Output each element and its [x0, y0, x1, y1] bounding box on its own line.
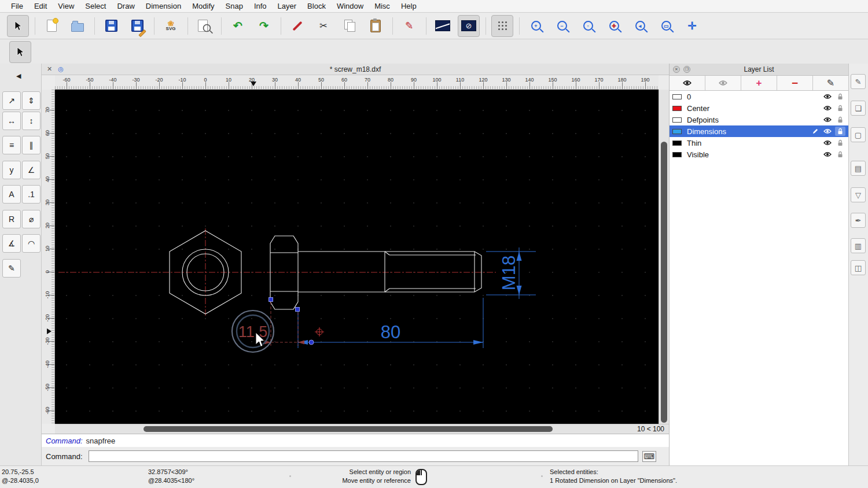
- layer-filter-panel-icon[interactable]: ▽: [851, 187, 866, 202]
- layer-visibility-eye-icon[interactable]: [822, 105, 833, 111]
- new-document-button[interactable]: [41, 15, 62, 37]
- zoom-auto-button[interactable]: ▫: [577, 15, 599, 37]
- layer-lock-icon[interactable]: [835, 93, 845, 100]
- dim-80-text[interactable]: 80: [381, 322, 400, 342]
- menu-view[interactable]: View: [56, 2, 76, 10]
- menu-block[interactable]: Block: [306, 2, 328, 10]
- layer-row-defpoints[interactable]: Defpoints: [670, 114, 848, 125]
- layer-lock-icon[interactable]: [835, 127, 845, 136]
- layer-visibility-eye-icon[interactable]: [822, 94, 833, 99]
- show-all-layers-button[interactable]: [670, 76, 705, 90]
- menu-edit[interactable]: Edit: [32, 2, 49, 10]
- layer-visibility-eye-icon[interactable]: [822, 140, 833, 146]
- layer-edit-pen-icon[interactable]: [810, 128, 820, 135]
- layer-row-dimensions[interactable]: Dimensions: [670, 125, 848, 137]
- save-button[interactable]: [100, 15, 122, 37]
- open-file-button[interactable]: [67, 15, 89, 37]
- pan-button[interactable]: ✛: [681, 15, 703, 37]
- menu-info[interactable]: Info: [252, 2, 269, 10]
- redo-button[interactable]: ↷: [253, 15, 275, 37]
- zoom-previous-button[interactable]: ◂: [629, 15, 651, 37]
- property-editor-panel-icon[interactable]: ✎: [851, 74, 866, 89]
- layer-lock-icon[interactable]: [835, 116, 845, 123]
- layer-lock-icon[interactable]: [835, 105, 845, 112]
- layer-row-center[interactable]: Center: [670, 102, 848, 114]
- matrix-panel-icon[interactable]: ▥: [851, 238, 866, 253]
- svg-export-button[interactable]: ❀SVG: [160, 15, 182, 37]
- layer-row-thin[interactable]: Thin: [670, 137, 848, 149]
- select-tool-button[interactable]: [7, 15, 29, 37]
- dim-ordinate-button[interactable]: y: [2, 161, 21, 179]
- canvas-viewport[interactable]: 80 M18 11.5: [55, 90, 659, 424]
- zoom-out-button[interactable]: −: [551, 15, 573, 37]
- line-attributes-button[interactable]: [432, 15, 454, 37]
- horizontal-scrollbar[interactable]: 10 < 100: [55, 424, 669, 434]
- menu-help[interactable]: Help: [399, 2, 418, 10]
- menu-window[interactable]: Window: [335, 2, 365, 10]
- remove-layer-button[interactable]: −: [777, 76, 813, 90]
- menu-draw[interactable]: Draw: [115, 2, 136, 10]
- zoom-in-button[interactable]: +: [525, 15, 547, 37]
- dim-tolerance-button[interactable]: .1: [22, 185, 41, 204]
- layer-visibility-eye-icon[interactable]: [822, 117, 833, 123]
- command-history: Command: snapfree: [42, 434, 669, 447]
- horizontal-scrollbar-thumb[interactable]: [144, 426, 553, 432]
- dim-linear-button[interactable]: ⇕: [22, 91, 41, 110]
- layer-visibility-eye-icon[interactable]: [822, 151, 833, 157]
- dim-radial-button[interactable]: R: [2, 210, 21, 228]
- library-browser-panel-icon[interactable]: ▢: [851, 127, 866, 142]
- dim-continue-button[interactable]: ∥: [22, 136, 41, 154]
- menu-select[interactable]: Select: [83, 2, 108, 10]
- circle-tool-button[interactable]: ⊘: [458, 15, 480, 37]
- menu-layer[interactable]: Layer: [276, 2, 299, 10]
- clipboard-panel-icon[interactable]: ◫: [851, 260, 866, 275]
- layer-lock-icon[interactable]: [835, 139, 845, 146]
- layer-row-visible[interactable]: Visible: [670, 149, 848, 160]
- dim-aligned-button[interactable]: ↗: [2, 91, 21, 110]
- layer-visibility-eye-icon[interactable]: [822, 128, 833, 134]
- command-widget-panel-icon[interactable]: ▤: [851, 161, 866, 176]
- dim-diametric-button[interactable]: ⌀: [22, 210, 41, 228]
- dim-leader-button[interactable]: ✎: [2, 259, 21, 278]
- paste-button[interactable]: [365, 15, 387, 37]
- pen-palette-panel-icon[interactable]: ✒: [851, 213, 866, 228]
- delete-button[interactable]: [286, 15, 308, 37]
- copy-button[interactable]: [339, 15, 361, 37]
- keyboard-toggle-button[interactable]: ⌨: [642, 451, 656, 462]
- block-list-panel-icon[interactable]: ❏: [851, 101, 866, 116]
- modify-layer-button[interactable]: ✎: [813, 76, 848, 90]
- hide-all-layers-button[interactable]: [705, 76, 741, 90]
- dim-baseline-button[interactable]: ≡: [2, 136, 21, 154]
- collapse-toolbar-button[interactable]: ◀: [16, 72, 21, 80]
- menu-misc[interactable]: Misc: [373, 2, 392, 10]
- dim-linear-icon: ⇕: [28, 96, 35, 105]
- save-as-button[interactable]: [126, 15, 148, 37]
- vertical-scrollbar[interactable]: [659, 90, 669, 424]
- dim-11-5-text[interactable]: 11.5: [238, 323, 268, 341]
- undo-button[interactable]: ↶: [227, 15, 249, 37]
- drawing-canvas[interactable]: 80 M18 11.5: [55, 90, 659, 424]
- grid-toggle-button[interactable]: [491, 15, 513, 37]
- dim-m18-text[interactable]: M18: [499, 256, 519, 290]
- zoom-window-button[interactable]: ▭: [655, 15, 677, 37]
- dim-arc-button[interactable]: ◠: [22, 234, 41, 253]
- command-input[interactable]: [89, 450, 638, 462]
- pen-attributes-button[interactable]: ✎: [398, 15, 420, 37]
- vertical-scrollbar-thumb[interactable]: [661, 142, 667, 423]
- zoom-redraw-button[interactable]: ✚: [603, 15, 625, 37]
- active-select-tool-button[interactable]: [9, 41, 31, 63]
- cut-button[interactable]: ✂: [312, 15, 334, 37]
- dim-angle-button[interactable]: ∡: [2, 234, 21, 253]
- layer-row-0[interactable]: 0: [670, 91, 848, 102]
- menu-dimension[interactable]: Dimension: [144, 2, 183, 10]
- dim-horizontal-button[interactable]: ↔: [2, 112, 21, 130]
- dim-angular-button[interactable]: ∠: [22, 161, 41, 179]
- menu-snap[interactable]: Snap: [224, 2, 245, 10]
- layer-lock-icon[interactable]: [835, 151, 845, 158]
- menu-modify[interactable]: Modify: [190, 2, 216, 10]
- menu-file[interactable]: File: [9, 2, 25, 10]
- add-layer-button[interactable]: +: [741, 76, 777, 90]
- print-preview-button[interactable]: [193, 15, 215, 37]
- dim-label-button[interactable]: A: [2, 185, 21, 204]
- dim-vertical-button[interactable]: ↕: [22, 112, 41, 130]
